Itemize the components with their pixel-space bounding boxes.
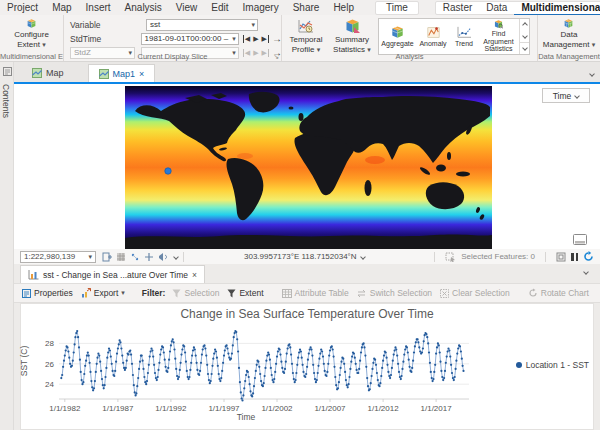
data-management-button[interactable]: Data Management ▾ <box>541 17 597 51</box>
dropdown-arrow-icon: ▾ <box>251 21 255 29</box>
chart-legend[interactable]: Location 1 - SST <box>516 360 589 370</box>
map-coordinates[interactable]: 303.9957173°E 118.7152034°N <box>244 252 365 261</box>
menu-help[interactable]: Help <box>326 0 361 15</box>
rotate-icon <box>528 288 538 298</box>
filter-label: Filter: <box>139 288 169 298</box>
summary-statistics-icon <box>344 19 361 34</box>
map-view[interactable]: Time <box>14 82 600 249</box>
view-tab-strip: Map Map1 × <box>14 62 600 82</box>
clear-selection-button: Clear Selection <box>436 286 514 300</box>
group-analysis: Temporal Profile ▾ Summary Statistics ▾ … <box>282 15 538 61</box>
dock-panel-icon[interactable] <box>573 234 587 245</box>
trend-button[interactable]: Trend <box>450 19 478 54</box>
filter-extent-button[interactable]: Extent <box>223 286 267 300</box>
close-chart-tab-icon[interactable]: × <box>192 270 197 280</box>
stdtime-combobox[interactable]: 1981-09-01T00:00:00 –▾ <box>141 33 239 45</box>
step-backward-button[interactable]: ◀ <box>243 35 250 43</box>
anomaly-button[interactable]: Anomaly <box>416 19 450 54</box>
funnel-icon <box>172 289 181 298</box>
dropdown-arrow-icon: ▾ <box>232 35 236 43</box>
group-current-display-slice: Variable sst▾ StdTime 1981-09-01T00:00:0… <box>64 15 282 61</box>
export-button[interactable]: Export▾ <box>77 286 129 300</box>
step-forward-button[interactable]: ▶ <box>262 35 269 43</box>
variable-label: Variable <box>66 20 112 30</box>
find-argument-statistics-icon <box>491 20 506 29</box>
layout-box-icon[interactable] <box>556 252 566 262</box>
sea-surface-temperature-raster[interactable] <box>125 86 492 249</box>
tab-data[interactable]: Data <box>479 2 514 14</box>
data-management-cube-icon <box>560 19 577 29</box>
notifications-icon[interactable] <box>158 252 170 262</box>
temporal-profile-button[interactable]: Temporal Profile ▾ <box>284 17 328 56</box>
x-axis-label: Time <box>21 412 471 422</box>
gallery-scroll-up[interactable] <box>520 19 529 30</box>
selected-features-count[interactable]: Selected Features: 0 <box>461 252 535 261</box>
view-tab-map[interactable]: Map <box>22 64 74 82</box>
gallery-scroll-down[interactable] <box>520 30 529 41</box>
status-bar-tools <box>102 252 178 262</box>
grid-icon[interactable] <box>116 252 126 262</box>
funnel-icon <box>227 289 236 298</box>
play-button[interactable]: ▶ <box>253 35 258 43</box>
dialog-launcher-icon[interactable]: ↘ <box>273 53 279 60</box>
tab-time-contextual[interactable]: Time <box>375 1 419 15</box>
chart-tab[interactable]: sst - Change in Sea ...ature Over Time × <box>20 265 205 283</box>
svg-text:26: 26 <box>45 360 54 369</box>
map-tab-icon <box>32 68 42 78</box>
move-slice-button[interactable]: → <box>272 33 282 44</box>
map-time-button[interactable]: Time <box>542 88 590 103</box>
menu-edit[interactable]: Edit <box>204 0 235 15</box>
summary-statistics-button[interactable]: Summary Statistics ▾ <box>328 17 376 56</box>
table-icon <box>282 289 292 298</box>
snap-icon[interactable] <box>130 252 140 262</box>
group-label-data-management: Data Management <box>538 52 600 61</box>
close-tab-icon[interactable]: × <box>139 69 144 79</box>
menu-share[interactable]: Share <box>286 0 327 15</box>
menu-insert[interactable]: Insert <box>79 0 118 15</box>
chevron-down-icon[interactable] <box>173 254 179 260</box>
aggregate-button[interactable]: Aggregate <box>379 19 416 54</box>
menubar: Project Map Insert Analysis View Edit Im… <box>0 0 600 15</box>
refresh-icon[interactable] <box>583 251 594 262</box>
menu-imagery[interactable]: Imagery <box>236 0 286 15</box>
left-dock-strip: Contents <box>0 62 14 430</box>
tab-strip-chevron-icon[interactable] <box>589 71 595 77</box>
selected-features-icon <box>445 252 456 262</box>
tab-raster-layer[interactable]: Raster Layer <box>436 2 479 14</box>
location-marker[interactable] <box>165 168 171 174</box>
group-label-analysis: Analysis <box>282 52 537 61</box>
chart-panel: sst - Change in Sea ...ature Over Time ×… <box>14 264 600 430</box>
ribbon: Configure Extent ▾ Multidimensional Exte… <box>0 15 600 62</box>
contents-panel-tab[interactable]: Contents <box>1 84 11 118</box>
tab-multidimensional[interactable]: Multidimensional <box>514 2 600 16</box>
menu-view[interactable]: View <box>169 0 205 15</box>
chart-card: Change in Sea Surface Temperature Over T… <box>20 303 594 430</box>
pause-drawing-button[interactable] <box>571 253 578 261</box>
switch-arrows-icon <box>357 289 367 298</box>
properties-button[interactable]: Properties <box>18 286 77 300</box>
new-bookmark-icon[interactable] <box>102 252 112 262</box>
group-label-slice: Current Display Slice <box>64 52 281 61</box>
chart-tab-icon <box>28 270 39 280</box>
switch-selection-button: Switch Selection <box>353 286 436 300</box>
panel-chevron-icon[interactable] <box>583 269 589 275</box>
svg-text:28: 28 <box>45 339 54 348</box>
properties-icon <box>22 289 31 298</box>
trend-icon <box>457 26 472 39</box>
dropdown-arrow-icon: ▾ <box>121 289 125 297</box>
menu-map[interactable]: Map <box>45 0 78 15</box>
menu-project[interactable]: Project <box>0 0 45 15</box>
variable-combobox[interactable]: sst▾ <box>146 19 258 31</box>
dropdown-arrow-icon: ▾ <box>88 253 92 261</box>
map-scale-combobox[interactable]: 1:222,980,139▾ <box>20 251 96 263</box>
configure-extent-label-2: Extent ▾ <box>17 40 45 49</box>
add-point-icon[interactable] <box>144 252 154 262</box>
view-tab-map1[interactable]: Map1 × <box>88 64 156 82</box>
chart-toolbar: Properties Export▾ Filter: Selection Ext… <box>14 283 600 303</box>
rotate-chart-button: Rotate Chart <box>524 286 593 300</box>
menu-analysis[interactable]: Analysis <box>118 0 169 15</box>
legend-marker-icon <box>516 362 522 368</box>
legend-entry: Location 1 - SST <box>526 360 589 370</box>
find-argument-statistics-button[interactable]: Find Argument Statistics <box>478 19 519 54</box>
configure-extent-button[interactable]: Configure Extent ▾ <box>12 17 51 51</box>
